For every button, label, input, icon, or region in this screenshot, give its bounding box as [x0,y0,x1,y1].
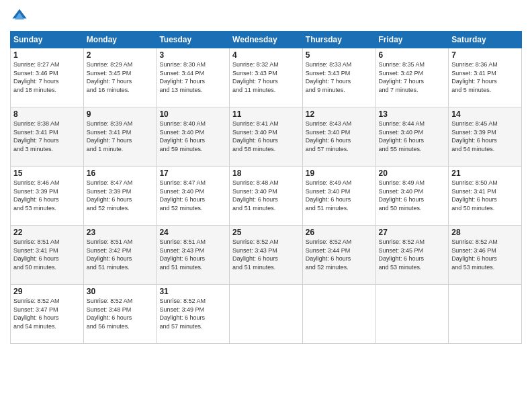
logo [10,7,32,26]
day-number: 16 [87,169,154,178]
calendar-cell: 7Sunrise: 8:36 AM Sunset: 3:41 PM Daylig… [449,48,522,107]
day-info: Sunrise: 8:40 AM Sunset: 3:40 PM Dayligh… [159,120,226,153]
day-header-wednesday: Wednesday [230,32,303,48]
calendar-cell [375,285,449,344]
day-info: Sunrise: 8:52 AM Sunset: 3:45 PM Dayligh… [379,238,446,271]
calendar-cell: 19Sunrise: 8:49 AM Sunset: 3:40 PM Dayli… [302,167,375,226]
day-number: 22 [13,228,81,237]
day-number: 26 [306,228,373,237]
calendar-cell: 11Sunrise: 8:41 AM Sunset: 3:40 PM Dayli… [230,107,303,167]
day-number: 11 [232,109,300,119]
calendar-cell: 23Sunrise: 8:51 AM Sunset: 3:42 PM Dayli… [83,226,157,285]
day-number: 20 [379,169,446,178]
calendar-cell: 27Sunrise: 8:52 AM Sunset: 3:45 PM Dayli… [375,226,449,285]
day-number: 23 [87,228,154,237]
calendar-cell [449,285,522,344]
calendar-cell: 13Sunrise: 8:44 AM Sunset: 3:40 PM Dayli… [375,107,449,167]
calendar-cell: 15Sunrise: 8:46 AM Sunset: 3:39 PM Dayli… [11,167,84,226]
day-info: Sunrise: 8:50 AM Sunset: 3:41 PM Dayligh… [451,179,519,212]
calendar-cell: 2Sunrise: 8:29 AM Sunset: 3:45 PM Daylig… [83,48,157,107]
day-info: Sunrise: 8:47 AM Sunset: 3:39 PM Dayligh… [87,179,154,212]
day-number: 1 [13,50,81,60]
calendar-week-1: 1Sunrise: 8:27 AM Sunset: 3:46 PM Daylig… [11,48,522,107]
calendar-cell: 26Sunrise: 8:52 AM Sunset: 3:44 PM Dayli… [302,226,375,285]
day-number: 25 [232,228,300,237]
day-info: Sunrise: 8:51 AM Sunset: 3:43 PM Dayligh… [159,238,226,271]
calendar-header-row: SundayMondayTuesdayWednesdayThursdayFrid… [11,32,522,48]
day-number: 31 [159,287,226,296]
day-info: Sunrise: 8:52 AM Sunset: 3:46 PM Dayligh… [451,238,519,271]
calendar-cell: 25Sunrise: 8:52 AM Sunset: 3:43 PM Dayli… [230,226,303,285]
calendar-cell: 22Sunrise: 8:51 AM Sunset: 3:41 PM Dayli… [11,226,84,285]
day-info: Sunrise: 8:41 AM Sunset: 3:40 PM Dayligh… [232,120,300,153]
day-info: Sunrise: 8:52 AM Sunset: 3:47 PM Dayligh… [13,297,81,330]
calendar-cell: 18Sunrise: 8:48 AM Sunset: 3:40 PM Dayli… [230,167,303,226]
calendar-cell: 6Sunrise: 8:35 AM Sunset: 3:42 PM Daylig… [375,48,449,107]
calendar-cell: 17Sunrise: 8:47 AM Sunset: 3:40 PM Dayli… [157,167,230,226]
calendar-cell [302,285,375,344]
day-info: Sunrise: 8:32 AM Sunset: 3:43 PM Dayligh… [232,60,300,94]
day-number: 21 [451,169,519,178]
day-number: 6 [379,50,446,60]
day-number: 5 [306,50,373,60]
calendar-cell: 20Sunrise: 8:49 AM Sunset: 3:40 PM Dayli… [375,167,449,226]
day-number: 14 [451,109,519,119]
logo-icon [10,7,29,26]
day-number: 28 [451,228,519,237]
calendar-cell: 9Sunrise: 8:39 AM Sunset: 3:41 PM Daylig… [83,107,157,167]
day-number: 15 [13,169,81,178]
day-number: 10 [159,109,226,119]
day-info: Sunrise: 8:49 AM Sunset: 3:40 PM Dayligh… [306,179,373,212]
calendar-cell: 28Sunrise: 8:52 AM Sunset: 3:46 PM Dayli… [449,226,522,285]
calendar-cell: 8Sunrise: 8:38 AM Sunset: 3:41 PM Daylig… [11,107,84,167]
day-info: Sunrise: 8:52 AM Sunset: 3:48 PM Dayligh… [87,297,154,330]
day-number: 3 [159,50,226,60]
calendar-cell: 29Sunrise: 8:52 AM Sunset: 3:47 PM Dayli… [11,285,84,344]
day-info: Sunrise: 8:47 AM Sunset: 3:40 PM Dayligh… [159,179,226,212]
day-number: 7 [451,50,519,60]
day-header-friday: Friday [375,32,449,48]
day-number: 8 [13,109,81,119]
day-info: Sunrise: 8:43 AM Sunset: 3:40 PM Dayligh… [306,120,373,153]
calendar-cell: 16Sunrise: 8:47 AM Sunset: 3:39 PM Dayli… [83,167,157,226]
calendar-cell: 14Sunrise: 8:45 AM Sunset: 3:39 PM Dayli… [449,107,522,167]
day-header-thursday: Thursday [302,32,375,48]
day-info: Sunrise: 8:52 AM Sunset: 3:44 PM Dayligh… [306,238,373,271]
calendar-table: SundayMondayTuesdayWednesdayThursdayFrid… [10,31,522,344]
day-info: Sunrise: 8:46 AM Sunset: 3:39 PM Dayligh… [13,179,81,212]
day-info: Sunrise: 8:51 AM Sunset: 3:41 PM Dayligh… [13,238,81,271]
day-number: 30 [87,287,154,296]
header [10,7,522,26]
day-info: Sunrise: 8:29 AM Sunset: 3:45 PM Dayligh… [87,60,154,94]
calendar-cell: 31Sunrise: 8:52 AM Sunset: 3:49 PM Dayli… [157,285,230,344]
calendar-cell: 5Sunrise: 8:33 AM Sunset: 3:43 PM Daylig… [302,48,375,107]
day-info: Sunrise: 8:36 AM Sunset: 3:41 PM Dayligh… [451,60,519,94]
day-number: 24 [159,228,226,237]
calendar-cell: 30Sunrise: 8:52 AM Sunset: 3:48 PM Dayli… [83,285,157,344]
day-info: Sunrise: 8:27 AM Sunset: 3:46 PM Dayligh… [13,60,81,94]
day-number: 4 [232,50,300,60]
day-number: 12 [306,109,373,119]
day-info: Sunrise: 8:49 AM Sunset: 3:40 PM Dayligh… [379,179,446,212]
day-number: 9 [87,109,154,119]
calendar-week-3: 15Sunrise: 8:46 AM Sunset: 3:39 PM Dayli… [11,167,522,226]
calendar-cell: 24Sunrise: 8:51 AM Sunset: 3:43 PM Dayli… [157,226,230,285]
day-info: Sunrise: 8:44 AM Sunset: 3:40 PM Dayligh… [379,120,446,153]
day-header-saturday: Saturday [449,32,522,48]
day-info: Sunrise: 8:33 AM Sunset: 3:43 PM Dayligh… [306,60,373,94]
day-number: 29 [13,287,81,296]
day-info: Sunrise: 8:35 AM Sunset: 3:42 PM Dayligh… [379,60,446,94]
day-header-sunday: Sunday [11,32,84,48]
calendar-cell: 10Sunrise: 8:40 AM Sunset: 3:40 PM Dayli… [157,107,230,167]
day-header-tuesday: Tuesday [157,32,230,48]
calendar-cell: 1Sunrise: 8:27 AM Sunset: 3:46 PM Daylig… [11,48,84,107]
calendar-week-4: 22Sunrise: 8:51 AM Sunset: 3:41 PM Dayli… [11,226,522,285]
day-info: Sunrise: 8:48 AM Sunset: 3:40 PM Dayligh… [232,179,300,212]
day-info: Sunrise: 8:52 AM Sunset: 3:49 PM Dayligh… [159,297,226,330]
day-number: 2 [87,50,154,60]
day-info: Sunrise: 8:45 AM Sunset: 3:39 PM Dayligh… [451,120,519,153]
calendar-cell: 3Sunrise: 8:30 AM Sunset: 3:44 PM Daylig… [157,48,230,107]
day-info: Sunrise: 8:51 AM Sunset: 3:42 PM Dayligh… [87,238,154,271]
day-info: Sunrise: 8:52 AM Sunset: 3:43 PM Dayligh… [232,238,300,271]
calendar-cell: 21Sunrise: 8:50 AM Sunset: 3:41 PM Dayli… [449,167,522,226]
